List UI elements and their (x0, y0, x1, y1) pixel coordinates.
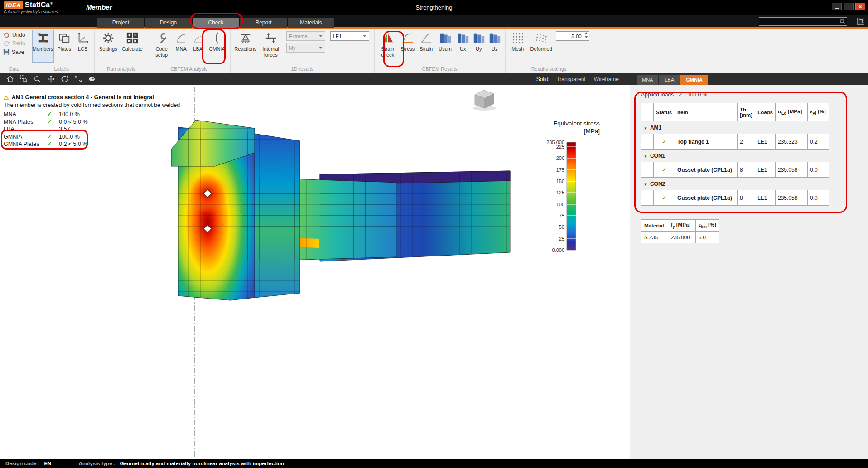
registered-mark: ® (50, 1, 53, 5)
analysis-type-value: Geometrically and materially non-linear … (120, 461, 284, 466)
view-mode-wireframe[interactable]: Wireframe (594, 76, 619, 82)
stress-icon (401, 31, 415, 45)
view-mode-solid[interactable]: Solid (536, 76, 549, 82)
undo-button[interactable]: Undo (3, 31, 25, 39)
ux-icon (456, 31, 470, 45)
table-row[interactable]: ✓ Top flange 1 2 LE1 235.323 0.2 (641, 134, 829, 150)
group-row-con1[interactable]: ▼CON1 (641, 150, 829, 162)
my-dropdown[interactable]: My (286, 43, 325, 53)
code-setup-button[interactable]: Code setup (151, 30, 172, 63)
load-case-dropdown[interactable]: LE1 (330, 31, 369, 41)
group-label-cbfem-results: CBFEM Results (378, 66, 502, 73)
uz-icon (488, 31, 502, 45)
panel-tab-mna[interactable]: MNA (637, 75, 658, 85)
plate-check-table: Status Item Th. [mm] Loads σEd [MPa] εPl… (641, 103, 829, 206)
panel-toggle-button[interactable] (857, 18, 864, 25)
zoom-window-icon[interactable] (18, 75, 29, 84)
mesh-button[interactable]: Mesh (509, 30, 527, 63)
ribbon-group-results-settings: Mesh Deformed 5.00 Results settings (506, 29, 593, 73)
calculate-icon (125, 31, 139, 45)
deformed-icon (535, 31, 548, 45)
ribbon-group-cbfem: Code setup MNA LBA GMNIA CBFEM Analysis (148, 29, 231, 73)
stepper-up-icon[interactable] (584, 32, 588, 34)
ribbon: Undo Redo Save Data Members Plates (0, 29, 868, 73)
reactions-button[interactable]: Reactions (234, 30, 257, 63)
tab-project[interactable]: Project (97, 18, 144, 28)
group-row-con2[interactable]: ▼CON2 (641, 178, 829, 190)
ribbon-group-labels: Members Plates LCS Labels (29, 29, 95, 73)
members-button[interactable]: Members (32, 30, 54, 63)
group-label-results-settings: Results settings (509, 66, 589, 73)
uz-button[interactable]: Uz (487, 30, 502, 63)
tab-check[interactable]: Check (193, 18, 239, 28)
save-button[interactable]: Save (3, 48, 24, 56)
uy-button[interactable]: Uy (472, 30, 486, 63)
stepper-down-icon[interactable] (584, 36, 588, 38)
ux-button[interactable]: Ux (456, 30, 470, 63)
view-mode-transparent[interactable]: Transparent (556, 76, 585, 82)
group-label-labels: Labels (32, 66, 91, 73)
check-icon: ✓ (662, 195, 666, 201)
fem-mesh (171, 120, 510, 300)
gmnia-button[interactable]: GMNIA (207, 30, 227, 63)
panel-tab-lba[interactable]: LBA (659, 75, 680, 85)
strain-button[interactable]: Strain (418, 30, 435, 63)
scale-stepper[interactable]: 5.00 (556, 31, 589, 41)
redo-button[interactable]: Redo (3, 39, 25, 48)
paint-icon[interactable] (86, 75, 97, 84)
uy-icon (472, 31, 486, 45)
legend-title: Equivalent stress (553, 120, 600, 127)
group-label-1d: 1D results (234, 66, 371, 73)
mna-button[interactable]: MNA (174, 30, 189, 63)
panel-toggle-icon (859, 19, 863, 23)
check-icon: ✓ (47, 140, 59, 148)
svg-text:150: 150 (556, 179, 564, 184)
group-label-run: Run analysis (98, 66, 145, 73)
calculate-button[interactable]: Calculate (120, 30, 145, 63)
collapse-icon: ▼ (644, 154, 647, 159)
main-tab-bar: Project Design Check Report Materials (0, 15, 868, 29)
undo-icon (3, 32, 10, 38)
lba-button[interactable]: LBA (190, 30, 206, 63)
table-row[interactable]: ✓ Gusset plate (CPL1a) 8 LE1 235.058 0.0 (641, 162, 829, 178)
gmnia-icon (210, 31, 224, 45)
rotate-icon[interactable] (59, 75, 70, 84)
group-row-am1[interactable]: ▼AM1 (641, 121, 829, 134)
model-viewport[interactable]: Equivalent stress [MPa] 235.000 225 200 … (0, 85, 630, 459)
minimize-icon (835, 8, 839, 9)
internal-forces-button[interactable]: Internal forces (259, 30, 283, 63)
home-icon[interactable] (5, 75, 15, 84)
statica-logo: StatiCa (25, 1, 50, 9)
logo-tagline: Calculate yesterday's estimates (4, 10, 58, 14)
usum-button[interactable]: Usum (436, 30, 454, 63)
minimize-button[interactable] (832, 3, 842, 10)
lcs-button[interactable]: LCS (75, 30, 91, 63)
svg-text:200: 200 (556, 155, 564, 161)
extreme-dropdown[interactable]: Extreme (286, 31, 325, 41)
check-icon: ✓ (678, 92, 683, 98)
tab-materials[interactable]: Materials (288, 18, 334, 28)
design-code-value: EN (44, 461, 51, 466)
chevron-down-icon (363, 35, 366, 37)
reactions-icon (239, 31, 252, 45)
material-row[interactable]: S 235 235.000 5.0 (641, 232, 719, 243)
view-cube[interactable] (473, 90, 496, 111)
tab-report[interactable]: Report (240, 18, 287, 28)
close-button[interactable]: × (855, 3, 865, 10)
warning-icon: ⚠ (4, 94, 9, 101)
strain-check-button[interactable]: Strain check (378, 30, 398, 63)
plates-button[interactable]: Plates (55, 30, 73, 63)
table-row[interactable]: ✓ Gusset plate (CPL1a) 8 LE1 235.058 0.0 (641, 190, 829, 206)
stress-button[interactable]: Stress (399, 30, 416, 63)
maximize-button[interactable] (844, 3, 854, 10)
deformed-button[interactable]: Deformed (528, 30, 555, 63)
tab-design[interactable]: Design (145, 18, 192, 28)
search-input[interactable] (759, 17, 847, 26)
fit-view-icon[interactable] (72, 75, 83, 84)
settings-button[interactable]: Settings (98, 30, 119, 63)
panel-tab-gmnia[interactable]: GMNIA (680, 75, 708, 85)
pan-icon[interactable] (45, 75, 56, 84)
save-icon (3, 49, 10, 55)
zoom-icon[interactable] (32, 75, 43, 84)
lba-icon (191, 31, 205, 45)
